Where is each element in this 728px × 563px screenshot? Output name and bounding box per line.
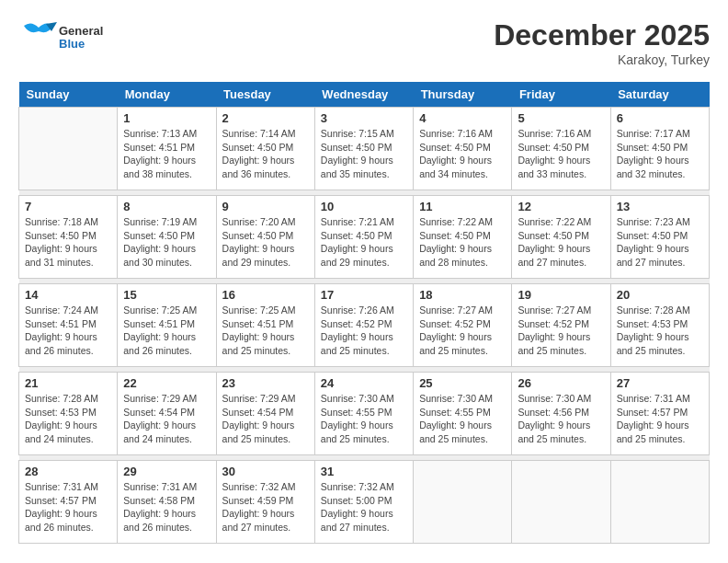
calendar-table: SundayMondayTuesdayWednesdayThursdayFrid…	[18, 82, 710, 544]
day-number: 9	[222, 200, 309, 213]
day-info: Sunrise: 7:15 AM Sunset: 4:50 PM Dayligh…	[321, 127, 407, 181]
day-number: 8	[123, 200, 210, 213]
day-number: 20	[617, 288, 703, 302]
day-number: 23	[222, 376, 309, 390]
day-info: Sunrise: 7:31 AM Sunset: 4:58 PM Dayligh…	[123, 480, 210, 534]
day-number: 13	[617, 200, 703, 213]
day-info: Sunrise: 7:16 AM Sunset: 4:50 PM Dayligh…	[419, 127, 506, 181]
day-header-saturday: Saturday	[610, 82, 709, 108]
day-info: Sunrise: 7:22 AM Sunset: 4:50 PM Dayligh…	[419, 215, 506, 270]
location: Karakoy, Turkey	[494, 52, 710, 67]
day-info: Sunrise: 7:16 AM Sunset: 4:50 PM Dayligh…	[518, 127, 604, 181]
day-cell-22: 22 Sunrise: 7:29 AM Sunset: 4:54 PM Dayl…	[118, 373, 216, 455]
logo-general: General	[59, 25, 103, 38]
day-info: Sunrise: 7:27 AM Sunset: 4:52 PM Dayligh…	[419, 304, 506, 358]
day-cell-10: 10 Sunrise: 7:21 AM Sunset: 4:50 PM Dayl…	[314, 196, 413, 279]
day-number: 5	[518, 111, 604, 125]
day-cell-30: 30 Sunrise: 7:32 AM Sunset: 4:59 PM Dayl…	[216, 461, 314, 544]
day-number: 4	[419, 111, 506, 125]
day-cell-26: 26 Sunrise: 7:30 AM Sunset: 4:56 PM Dayl…	[512, 373, 610, 455]
day-cell-11: 11 Sunrise: 7:22 AM Sunset: 4:50 PM Dayl…	[414, 196, 512, 279]
day-number: 6	[617, 111, 703, 125]
day-header-tuesday: Tuesday	[216, 82, 314, 108]
week-row-5: 28 Sunrise: 7:31 AM Sunset: 4:57 PM Dayl…	[19, 461, 710, 544]
day-info: Sunrise: 7:17 AM Sunset: 4:50 PM Dayligh…	[617, 127, 703, 181]
day-cell-19: 19 Sunrise: 7:27 AM Sunset: 4:52 PM Dayl…	[512, 284, 610, 367]
day-header-wednesday: Wednesday	[314, 82, 413, 108]
day-info: Sunrise: 7:19 AM Sunset: 4:50 PM Dayligh…	[123, 215, 210, 270]
day-cell-2: 2 Sunrise: 7:14 AM Sunset: 4:50 PM Dayli…	[216, 108, 314, 190]
day-number: 12	[518, 200, 604, 213]
day-info: Sunrise: 7:27 AM Sunset: 4:52 PM Dayligh…	[518, 304, 604, 358]
day-cell-5: 5 Sunrise: 7:16 AM Sunset: 4:50 PM Dayli…	[512, 108, 610, 190]
day-number: 29	[123, 465, 210, 478]
day-cell-28: 28 Sunrise: 7:31 AM Sunset: 4:57 PM Dayl…	[19, 461, 118, 544]
day-cell-31: 31 Sunrise: 7:32 AM Sunset: 5:00 PM Dayl…	[314, 461, 413, 544]
day-cell-18: 18 Sunrise: 7:27 AM Sunset: 4:52 PM Dayl…	[414, 284, 512, 367]
day-number: 16	[222, 288, 309, 302]
day-cell-25: 25 Sunrise: 7:30 AM Sunset: 4:55 PM Dayl…	[414, 373, 512, 455]
day-info: Sunrise: 7:31 AM Sunset: 4:57 PM Dayligh…	[617, 392, 703, 446]
day-info: Sunrise: 7:25 AM Sunset: 4:51 PM Dayligh…	[123, 304, 210, 358]
page-header: General Blue December 2025 Karakoy, Turk…	[18, 18, 710, 67]
day-info: Sunrise: 7:18 AM Sunset: 4:50 PM Dayligh…	[25, 215, 111, 270]
day-info: Sunrise: 7:28 AM Sunset: 4:53 PM Dayligh…	[25, 392, 111, 446]
day-number: 27	[617, 376, 703, 390]
day-info: Sunrise: 7:23 AM Sunset: 4:50 PM Dayligh…	[617, 215, 703, 270]
day-header-sunday: Sunday	[19, 82, 118, 108]
day-info: Sunrise: 7:30 AM Sunset: 4:55 PM Dayligh…	[321, 392, 407, 446]
logo-blue: Blue	[59, 38, 103, 51]
day-info: Sunrise: 7:32 AM Sunset: 5:00 PM Dayligh…	[321, 480, 407, 534]
day-info: Sunrise: 7:24 AM Sunset: 4:51 PM Dayligh…	[25, 304, 111, 358]
day-cell-15: 15 Sunrise: 7:25 AM Sunset: 4:51 PM Dayl…	[118, 284, 216, 367]
day-cell-27: 27 Sunrise: 7:31 AM Sunset: 4:57 PM Dayl…	[610, 373, 709, 455]
day-header-thursday: Thursday	[414, 82, 512, 108]
day-number: 19	[518, 288, 604, 302]
month-title: December 2025	[494, 18, 710, 52]
day-cell-12: 12 Sunrise: 7:22 AM Sunset: 4:50 PM Dayl…	[512, 196, 610, 279]
day-cell-17: 17 Sunrise: 7:26 AM Sunset: 4:52 PM Dayl…	[314, 284, 413, 367]
day-cell-20: 20 Sunrise: 7:28 AM Sunset: 4:53 PM Dayl…	[610, 284, 709, 367]
day-info: Sunrise: 7:13 AM Sunset: 4:51 PM Dayligh…	[123, 127, 210, 181]
day-cell-16: 16 Sunrise: 7:25 AM Sunset: 4:51 PM Dayl…	[216, 284, 314, 367]
day-info: Sunrise: 7:29 AM Sunset: 4:54 PM Dayligh…	[222, 392, 309, 446]
day-info: Sunrise: 7:21 AM Sunset: 4:50 PM Dayligh…	[321, 215, 407, 270]
day-cell-4: 4 Sunrise: 7:16 AM Sunset: 4:50 PM Dayli…	[414, 108, 512, 190]
day-cell-empty-5	[512, 461, 610, 544]
day-cell-24: 24 Sunrise: 7:30 AM Sunset: 4:55 PM Dayl…	[314, 373, 413, 455]
day-cell-1: 1 Sunrise: 7:13 AM Sunset: 4:51 PM Dayli…	[118, 108, 216, 190]
day-cell-8: 8 Sunrise: 7:19 AM Sunset: 4:50 PM Dayli…	[118, 196, 216, 279]
day-number: 2	[222, 111, 309, 125]
day-cell-13: 13 Sunrise: 7:23 AM Sunset: 4:50 PM Dayl…	[610, 196, 709, 279]
day-info: Sunrise: 7:14 AM Sunset: 4:50 PM Dayligh…	[222, 127, 309, 181]
day-cell-7: 7 Sunrise: 7:18 AM Sunset: 4:50 PM Dayli…	[19, 196, 118, 279]
day-number: 3	[321, 111, 407, 125]
day-info: Sunrise: 7:26 AM Sunset: 4:52 PM Dayligh…	[321, 304, 407, 358]
day-header-friday: Friday	[512, 82, 610, 108]
day-cell-empty-6	[610, 461, 709, 544]
day-number: 24	[321, 376, 407, 390]
day-number: 15	[123, 288, 210, 302]
day-info: Sunrise: 7:28 AM Sunset: 4:53 PM Dayligh…	[617, 304, 703, 358]
day-info: Sunrise: 7:25 AM Sunset: 4:51 PM Dayligh…	[222, 304, 309, 358]
day-info: Sunrise: 7:30 AM Sunset: 4:56 PM Dayligh…	[518, 392, 604, 446]
day-cell-29: 29 Sunrise: 7:31 AM Sunset: 4:58 PM Dayl…	[118, 461, 216, 544]
week-row-4: 21 Sunrise: 7:28 AM Sunset: 4:53 PM Dayl…	[19, 373, 710, 455]
day-number: 30	[222, 465, 309, 478]
day-number: 10	[321, 200, 407, 213]
day-number: 22	[123, 376, 210, 390]
day-number: 1	[123, 111, 210, 125]
week-row-2: 7 Sunrise: 7:18 AM Sunset: 4:50 PM Dayli…	[19, 196, 710, 279]
day-number: 28	[25, 465, 111, 478]
day-number: 31	[321, 465, 407, 478]
title-block: December 2025 Karakoy, Turkey	[494, 18, 710, 67]
day-cell-23: 23 Sunrise: 7:29 AM Sunset: 4:54 PM Dayl…	[216, 373, 314, 455]
day-number: 26	[518, 376, 604, 390]
header-row: SundayMondayTuesdayWednesdayThursdayFrid…	[19, 82, 710, 108]
week-row-1: 1 Sunrise: 7:13 AM Sunset: 4:51 PM Dayli…	[19, 108, 710, 190]
day-cell-6: 6 Sunrise: 7:17 AM Sunset: 4:50 PM Dayli…	[610, 108, 709, 190]
day-info: Sunrise: 7:32 AM Sunset: 4:59 PM Dayligh…	[222, 480, 309, 534]
day-number: 7	[25, 200, 111, 213]
day-cell-empty-4	[414, 461, 512, 544]
day-number: 17	[321, 288, 407, 302]
